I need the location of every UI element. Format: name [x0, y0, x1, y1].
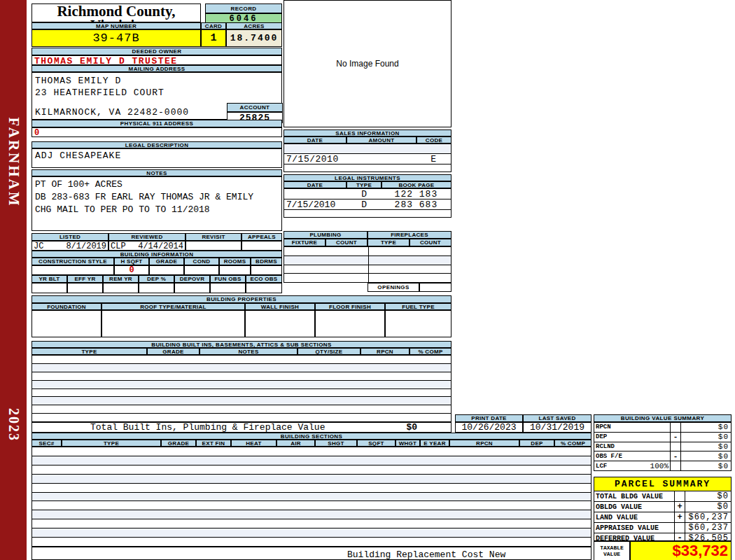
parcel-summary: PARCEL SUMMARY TOTAL BLDG VALUE $0 OBLDG…: [594, 477, 732, 560]
built-ins-row-empty: [32, 414, 451, 421]
building-sections-row-empty: [32, 528, 591, 538]
replacement-cost-label: Building Replacement Cost New: [347, 550, 505, 560]
cond-value: [184, 265, 219, 275]
building-sections-row-empty: [32, 501, 591, 510]
yrblt-value: [31, 283, 67, 293]
last-saved-label: LAST SAVED: [523, 414, 592, 422]
sales-table: 7/15/2010 E: [284, 144, 451, 172]
deeded-owner-label: DEEDED OWNER: [31, 48, 282, 55]
parcel-summary-table: TOTAL BLDG VALUE $0 OBLDG VALUE + $0 LAN…: [594, 491, 732, 541]
parcel-row-op: +: [675, 512, 685, 522]
legal-instruments-table: D 122 183 7/15/2010 D 283 683: [284, 188, 451, 218]
wall-finish-label: WALL FINISH: [245, 303, 315, 310]
bi-rpcn-label: RPCN: [360, 348, 410, 355]
built-ins-row-empty: [32, 405, 451, 414]
dep-pct-label: DEP %: [139, 275, 174, 283]
building-info-header-row-2: YR BLT EFF YR REM YR DEP % DEPOVR FUN OB…: [31, 275, 282, 283]
reviewed-label: REVIEWED: [108, 233, 186, 241]
plumbing-row: [284, 265, 451, 274]
reviewed-value: CLP 4/14/2014: [108, 241, 186, 251]
grade-label: GRADE: [149, 258, 184, 265]
record-box: RECORD 6046: [205, 4, 282, 24]
sales-code-value: E: [416, 154, 451, 164]
legal-instruments-header-row: DATE TYPE BOOK PAGE: [284, 181, 451, 188]
building-sections-row-empty: [32, 519, 591, 528]
bvs-row-label: OBS F/E: [596, 453, 622, 460]
building-properties-header-row: FOUNDATION ROOF TYPE/MATERIAL WALL FINIS…: [31, 303, 451, 310]
bvs-row-value: $0: [681, 423, 731, 431]
foundation-label: FOUNDATION: [31, 303, 102, 310]
print-date-value: 10/26/2023: [455, 422, 523, 433]
bvs-row: OBS F/E - $0: [594, 451, 731, 461]
building-info-header-row-1: CONSTRUCTION STYLE H SQFT GRADE COND ROO…: [31, 258, 282, 265]
built-ins-total-row: Total Built Ins, Plumbing & Fireplace Va…: [31, 422, 451, 433]
bvs-row-value: $0: [681, 462, 731, 470]
effyr-value: [67, 283, 103, 293]
building-sections-row-empty: [32, 465, 591, 475]
remyr-label: REM YR: [103, 275, 139, 283]
building-sections-table: [31, 447, 592, 547]
parcel-row: LAND VALUE + $60,237: [594, 512, 731, 523]
record-label: RECORD: [205, 4, 282, 13]
bs-extfin-label: EXT FIN: [196, 440, 231, 447]
roof-type-label: ROOF TYPE/MATERIAL: [102, 303, 245, 310]
sales-header-row: DATE AMOUNT CODE: [284, 136, 451, 144]
built-ins-row-empty: [32, 397, 451, 405]
ecoobs-label: ECO OBS: [246, 275, 282, 283]
bs-heat-label: HEAT: [231, 440, 276, 447]
fuel-type-label: FUEL TYPE: [385, 303, 451, 310]
building-sections-row-empty: [32, 475, 591, 484]
li-bookpage-label: BOOK PAGE: [382, 181, 451, 188]
parcel-row-label: LAND VALUE: [594, 512, 675, 522]
review-value-row: JC 8/1/2019 CLP 4/14/2014: [31, 241, 282, 251]
parcel-row-op: [675, 491, 685, 501]
revisit-value: [186, 241, 241, 251]
wall-finish-value: [245, 310, 315, 337]
parcel-row-op: [675, 523, 685, 533]
tax-year-label: 2023: [6, 408, 22, 442]
parcel-row-label: OBLDG VALUE: [594, 502, 675, 512]
building-sections-row-empty: [32, 493, 591, 502]
parcel-row-value: $60,237: [685, 523, 731, 533]
print-date-label: PRINT DATE: [455, 414, 523, 422]
depovr-label: DEPOVR: [174, 275, 210, 283]
built-ins-row-empty: [32, 389, 451, 398]
openings-value: [419, 283, 451, 292]
bi-comp-label: % COMP: [410, 348, 451, 355]
legal-description-label: LEGAL DESCRIPTION: [31, 141, 282, 148]
parcel-row-label: APPRAISED VALUE: [594, 523, 675, 533]
listed-value: JC 8/1/2019: [31, 241, 108, 251]
plumbing-fireplaces-table: [284, 246, 451, 283]
bs-sqft-label: SQFT: [357, 440, 396, 447]
plumbing-row: [284, 256, 451, 265]
parcel-summary-label: PARCEL SUMMARY: [594, 477, 732, 491]
building-sections-row-empty: [32, 447, 591, 456]
rooms-label: ROOMS: [219, 258, 251, 265]
fixture-label: FIXTURE: [284, 239, 326, 246]
li-date-value: 7/15/2010: [284, 200, 346, 209]
no-image-text: No Image Found: [336, 59, 398, 69]
last-saved-value: 10/31/2019: [523, 422, 592, 433]
bs-comp-label: % COMP: [554, 440, 592, 447]
acres-value: 18.7400: [226, 29, 282, 47]
note-line: PT OF 100+ ACRES: [35, 178, 279, 191]
floor-finish-label: FLOOR FINISH: [315, 303, 385, 310]
li-type-value: D: [346, 189, 382, 199]
notes-box: PT OF 100+ ACRES DB 283-683 FR EARL RAY …: [31, 176, 282, 231]
built-ins-row-empty: [32, 364, 451, 372]
review-header-row: LISTED REVIEWED REVISIT APPEALS: [31, 233, 282, 241]
property-record-card: FARNHAM 2023 Richmond County, Virginia C…: [0, 0, 735, 560]
bi-type-label: TYPE: [31, 348, 147, 355]
bvs-row-value: $0: [681, 452, 731, 461]
note-line: CHG MAIL TO PER PO TO TO 11/2018: [35, 204, 279, 216]
li-type-label: TYPE: [346, 181, 382, 188]
note-line: DB 283-683 FR EARL RAY THOMAS JR & EMILY: [35, 191, 279, 204]
sales-row-empty: [284, 144, 451, 154]
hsqft-value: 0: [114, 265, 149, 275]
bs-eyear-label: E YEAR: [420, 440, 449, 447]
plumbing-count-label: COUNT: [326, 239, 368, 246]
parcel-row-op: +: [675, 502, 685, 512]
deeded-owner-value: THOMAS EMILY D TRUSTEE: [31, 55, 282, 65]
bs-dep-label: DEP: [519, 440, 554, 447]
remyr-value: [103, 283, 139, 293]
